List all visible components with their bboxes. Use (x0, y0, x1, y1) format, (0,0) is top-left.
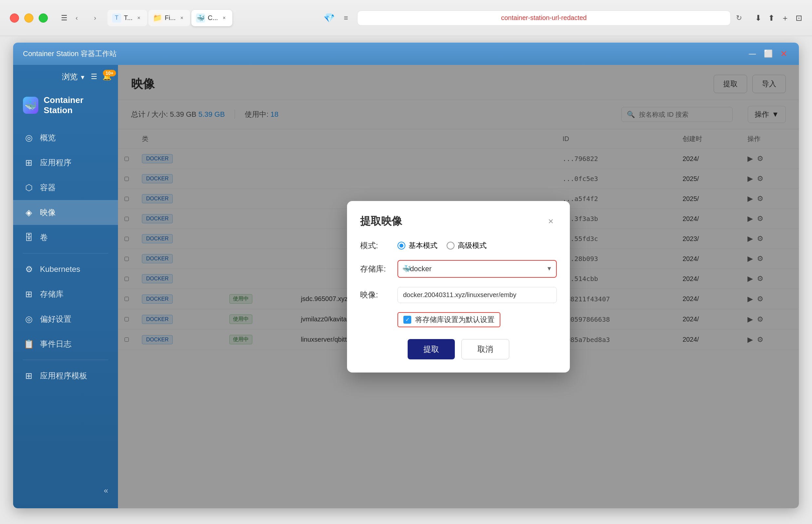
preferences-icon: ◎ (23, 313, 35, 325)
sidebar-item-applications[interactable]: ⊞ 应用程序 (13, 150, 118, 175)
tab-label-files: Fi... (165, 14, 176, 22)
sidebar-icon[interactable]: ⊡ (796, 14, 802, 22)
tab-icon-text: T (112, 14, 121, 22)
browser-app-icon: 💎 (323, 13, 335, 23)
browser-nav-controls: ‹ › (71, 12, 101, 24)
app-titlebar-title: Container Station 容器工作站 (23, 49, 747, 59)
sidebar-label-registry: 存储库 (40, 289, 64, 299)
traffic-lights (10, 14, 48, 22)
sidebar-label-eventlog: 事件日志 (40, 339, 71, 349)
applications-icon: ⊞ (23, 157, 35, 168)
sidebar-item-volumes[interactable]: 🗄 卷 (13, 225, 118, 250)
browser-tab-text[interactable]: T T... × (107, 10, 147, 26)
titlebar-close[interactable]: ✕ (779, 49, 789, 59)
sidebar-item-apptemplate[interactable]: ⊞ 应用程序模板 (13, 363, 118, 388)
titlebar-minimize[interactable]: — (747, 49, 758, 59)
modal-header: 提取映像 × (360, 214, 557, 229)
kubernetes-icon: ⚙ (23, 263, 35, 275)
sidebar-item-preferences[interactable]: ◎ 偏好设置 (13, 307, 118, 331)
image-label: 映像: (360, 290, 390, 300)
radio-advanced-label: 高级模式 (458, 241, 487, 250)
pull-image-modal: 提取映像 × 模式: 基本模式 高级 (347, 201, 570, 373)
sidebar-label-apptemplate: 应用程序模板 (40, 371, 87, 381)
sidebar-label-containers: 容器 (40, 182, 56, 193)
image-input-wrapper[interactable] (397, 287, 557, 303)
registry-icon: ⊞ (23, 288, 35, 300)
checkbox-checked-icon: ✓ (403, 316, 411, 324)
browser-action-buttons: ⬇ ⬆ ＋ ⊡ (755, 13, 802, 23)
sidebar-item-eventlog[interactable]: 📋 事件日志 (13, 331, 118, 357)
titlebar-maximize[interactable]: ⬜ (763, 49, 773, 59)
new-tab-icon[interactable]: ＋ (781, 13, 789, 23)
sidebar-label-images: 映像 (40, 207, 56, 218)
minimize-traffic-light[interactable] (24, 14, 33, 22)
close-traffic-light[interactable] (10, 14, 19, 22)
tab-label-text: T... (124, 14, 133, 22)
modal-cancel-button[interactable]: 取消 (461, 339, 509, 359)
tab-close-files[interactable]: × (178, 14, 185, 22)
sidebar-item-containers[interactable]: ⬡ 容器 (13, 175, 118, 200)
brand-name: Container Station (44, 95, 108, 115)
sidebar-label-preferences: 偏好设置 (40, 314, 71, 324)
browser-tab-files[interactable]: 📁 Fi... × (149, 10, 190, 26)
apptemplate-icon: ⊞ (23, 370, 35, 382)
brand-logo: 🐳 (23, 97, 38, 114)
docker-icon: 🐳 (402, 265, 411, 273)
main-content: 映像 提取 导入 总计 / 大小: 5.39 GB 5.39 GB 使用中: 1… (118, 65, 799, 508)
tab-icon-files: 📁 (153, 14, 162, 22)
image-input[interactable] (398, 287, 556, 302)
sidebar-collapse-btn[interactable]: « (13, 479, 118, 502)
registry-value-text: docker (398, 261, 556, 277)
share-icon[interactable]: ⬆ (768, 14, 775, 22)
sidebar-label-applications: 应用程序 (40, 158, 71, 168)
browse-button[interactable]: 浏览 ▼ (62, 71, 86, 82)
browser-tab-container[interactable]: 🐳 C... × (191, 10, 232, 26)
sidebar-item-overview[interactable]: ◎ 概览 (13, 125, 118, 150)
default-registry-checkbox-wrapper[interactable]: ✓ 将存储库设置为默认设置 (397, 312, 501, 327)
tab-close-text[interactable]: × (135, 14, 142, 22)
topbar-notification-icon[interactable]: 🔔 10+ (103, 72, 112, 81)
modal-pull-button[interactable]: 提取 (408, 339, 455, 359)
sidebar-label-volumes: 卷 (40, 232, 48, 243)
maximize-traffic-light[interactable] (39, 14, 48, 22)
download-icon[interactable]: ⬇ (755, 14, 762, 22)
reload-button[interactable]: ↻ (736, 14, 742, 22)
radio-basic-mode[interactable]: 基本模式 (397, 241, 438, 250)
sidebar-item-images[interactable]: ◈ 映像 (13, 200, 118, 225)
sidebar-navigation: ◎ 概览 ⊞ 应用程序 ⬡ 容器 ◈ 映像 🗄 卷 (13, 125, 118, 479)
sidebar-toggle-btn[interactable]: ☰ (58, 12, 71, 24)
browser-chrome: ☰ ‹ › T T... × 📁 Fi... × 🐳 C... × 💎 ≡ co… (0, 0, 812, 36)
app-titlebar: Container Station 容器工作站 — ⬜ ✕ (13, 43, 799, 65)
app-brand: 🐳 Container Station (13, 88, 118, 125)
nav-separator-1 (23, 253, 108, 253)
nav-separator-2 (23, 360, 108, 360)
back-button[interactable]: ‹ (71, 12, 83, 24)
registry-label: 存储库: (360, 264, 390, 274)
overview-icon: ◎ (23, 132, 35, 144)
tab-icon-container: 🐳 (196, 14, 205, 22)
topbar-list-icon[interactable]: ☰ (91, 72, 97, 81)
radio-basic-circle (397, 242, 405, 249)
tab-label-container: C... (208, 14, 218, 22)
modal-overlay[interactable]: 提取映像 × 模式: 基本模式 高级 (118, 65, 799, 508)
registry-select-wrapper[interactable]: 🐳 docker ▼ (397, 260, 557, 278)
radio-basic-label: 基本模式 (409, 241, 438, 250)
sidebar-item-registry[interactable]: ⊞ 存储库 (13, 282, 118, 307)
forward-button[interactable]: › (89, 12, 101, 24)
default-registry-checkbox-row: ✓ 将存储库设置为默认设置 (397, 312, 557, 327)
image-row: 映像: (360, 287, 557, 303)
radio-advanced-mode[interactable]: 高级模式 (446, 241, 487, 250)
tab-close-container[interactable]: × (221, 14, 228, 22)
modal-close-button[interactable]: × (545, 215, 557, 227)
checkbox-label: 将存储库设置为默认设置 (415, 315, 494, 325)
registry-chevron-icon: ▼ (546, 265, 552, 272)
mode-radio-group: 基本模式 高级模式 (397, 241, 557, 250)
reader-mode-btn[interactable]: ≡ (340, 12, 352, 24)
app-body: 浏览 ▼ ☰ 🔔 10+ 🐳 Container Station ◎ 概览 (13, 65, 799, 508)
volumes-icon: 🗄 (23, 231, 35, 243)
app-window: Container Station 容器工作站 — ⬜ ✕ 浏览 ▼ ☰ 🔔 1… (13, 43, 799, 508)
sidebar-item-kubernetes[interactable]: ⚙ Kubernetes (13, 257, 118, 282)
address-bar[interactable]: container-station-url-redacted (357, 11, 731, 26)
containers-icon: ⬡ (23, 182, 35, 194)
sidebar-label-kubernetes: Kubernetes (40, 265, 80, 274)
